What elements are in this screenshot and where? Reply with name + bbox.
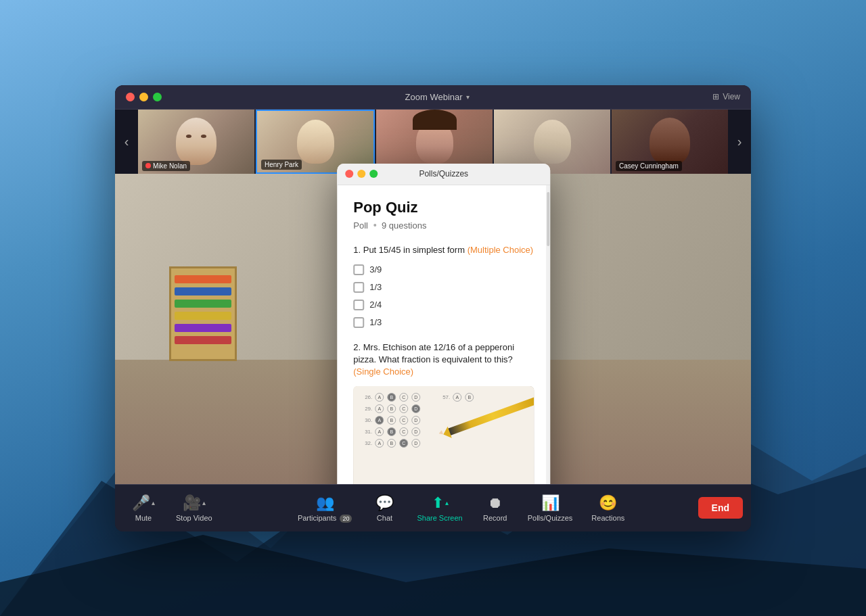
question-2-text: 2. Mrs. Etchison ate 12/16 of a pepperon… xyxy=(353,341,534,379)
choice-label-1-1: 3/9 xyxy=(369,264,382,275)
app-window: Zoom Webinar ▾ ⊞ View ‹ xyxy=(115,85,751,531)
question-2-type: (Single Choice) xyxy=(353,366,413,377)
polls-icon: 📊 xyxy=(541,494,560,512)
share-with-caret: ⬆ ▴ xyxy=(432,494,449,512)
bookshelf xyxy=(169,266,237,361)
mute-label: Mute xyxy=(135,514,152,522)
toolbar: 🎤 ▴ Mute 🎥 ▴ Stop Video 👥 Participants xyxy=(115,484,751,531)
checkbox-1-2[interactable] xyxy=(353,282,364,293)
choice-1-1[interactable]: 3/9 xyxy=(353,264,534,275)
participants-icon: 👥 xyxy=(316,494,334,512)
close-button[interactable] xyxy=(126,93,135,101)
view-button[interactable]: ⊞ View xyxy=(712,92,740,101)
thumbnail-mike[interactable]: Mike Nolan xyxy=(138,110,254,174)
mute-chevron[interactable]: ▴ xyxy=(152,499,155,506)
toolbar-item-record[interactable]: ⏺ Record xyxy=(475,490,516,526)
toolbar-item-participants[interactable]: 👥 Participants 20 xyxy=(291,490,359,526)
quiz-image: 26. A B C D 57. xyxy=(353,386,534,483)
title-bar: Zoom Webinar ▾ ⊞ View xyxy=(115,85,751,110)
thumbnail-name-mike: Mike Nolan xyxy=(142,161,190,171)
polls-quizzes-modal: Polls/Quizzes Pop Quiz Poll 9 questions xyxy=(337,164,550,484)
toolbar-item-stop-video[interactable]: 🎥 ▴ Stop Video xyxy=(169,490,219,526)
chevron-down-icon[interactable]: ▾ xyxy=(466,93,470,101)
next-thumbnail-button[interactable]: › xyxy=(728,110,751,174)
choice-label-1-2: 1/3 xyxy=(369,282,382,292)
prev-thumbnail-button[interactable]: ‹ xyxy=(115,110,138,174)
share-screen-icon: ⬆ xyxy=(432,494,444,512)
modal-body[interactable]: Pop Quiz Poll 9 questions 1. Put 15/45 i… xyxy=(337,185,550,484)
record-icon: ⏺ xyxy=(488,494,503,512)
checkbox-1-1[interactable] xyxy=(353,264,364,275)
toolbar-item-polls[interactable]: 📊 Polls/Quizzes xyxy=(521,490,580,526)
grid-icon: ⊞ xyxy=(712,92,719,101)
end-button[interactable]: End xyxy=(698,497,743,519)
mic-off-icon xyxy=(145,163,151,168)
choice-1-2[interactable]: 1/3 xyxy=(353,282,534,293)
scantron-rows: 26. A B C D 57. xyxy=(353,392,534,449)
share-screen-label: Share Screen xyxy=(417,514,462,522)
participants-badge: 20 xyxy=(340,515,352,523)
question-2: 2. Mrs. Etchison ate 12/16 of a pepperon… xyxy=(353,341,534,484)
thumbnail-casey[interactable]: Casey Cunningham xyxy=(612,110,728,174)
meta-divider xyxy=(373,224,376,227)
toolbar-item-reactions[interactable]: 😊 Reactions xyxy=(585,490,631,526)
quiz-title: Pop Quiz xyxy=(353,199,534,216)
question-2-body: Mrs. Etchison ate 12/16 of a pepperoni p… xyxy=(353,342,514,364)
toolbar-item-share-screen[interactable]: ⬆ ▴ Share Screen xyxy=(410,490,469,526)
reactions-icon: 😊 xyxy=(599,494,617,512)
participants-label: Participants 20 xyxy=(298,514,352,522)
choice-label-1-3: 2/4 xyxy=(369,300,382,310)
modal-scrollbar[interactable] xyxy=(546,185,550,484)
toolbar-items: 🎤 ▴ Mute 🎥 ▴ Stop Video 👥 Participants xyxy=(123,490,698,526)
mic-icon: 🎤 xyxy=(132,494,150,512)
video-with-caret: 🎥 ▴ xyxy=(183,494,206,512)
record-label: Record xyxy=(483,514,507,522)
modal-traffic-lights xyxy=(345,170,378,178)
scantron-background: 26. A B C D 57. xyxy=(353,386,534,483)
modal-close-button[interactable] xyxy=(345,170,353,178)
modal-scrollbar-thumb[interactable] xyxy=(547,192,549,246)
question-1-text: 1. Put 15/45 in simplest form (Multiple … xyxy=(353,244,534,256)
choice-1-3[interactable]: 2/4 xyxy=(353,300,534,310)
question-1-body: Put 15/45 in simplest form xyxy=(363,245,468,255)
maximize-button[interactable] xyxy=(153,93,162,101)
window-title-area: Zoom Webinar ▾ xyxy=(405,92,470,102)
video-chevron[interactable]: ▴ xyxy=(202,499,206,506)
question-1-type: (Multiple Choice) xyxy=(468,245,534,255)
chat-label: Chat xyxy=(377,514,392,522)
toolbar-item-mute[interactable]: 🎤 ▴ Mute xyxy=(123,490,164,526)
video-area: ‹ Mike Nolan xyxy=(115,110,751,484)
thumbnail-name-henry: Henry Park xyxy=(261,160,302,170)
traffic-lights xyxy=(126,93,162,101)
video-icon: 🎥 xyxy=(183,494,201,512)
meta-questions: 9 questions xyxy=(382,220,427,231)
question-1: 1. Put 15/45 in simplest form (Multiple … xyxy=(353,244,534,328)
checkbox-1-3[interactable] xyxy=(353,300,364,310)
mute-with-caret: 🎤 ▴ xyxy=(132,494,155,512)
chat-icon: 💬 xyxy=(375,494,394,512)
modal-title: Polls/Quizzes xyxy=(419,169,468,179)
modal-titlebar: Polls/Quizzes xyxy=(337,164,550,185)
toolbar-end: End xyxy=(698,497,743,519)
checkbox-1-4[interactable] xyxy=(353,317,364,328)
meta-type: Poll xyxy=(353,220,368,231)
stop-video-label: Stop Video xyxy=(176,514,212,522)
choice-1-4[interactable]: 1/3 xyxy=(353,317,534,328)
polls-label: Polls/Quizzes xyxy=(528,514,573,522)
choice-label-1-4: 1/3 xyxy=(369,317,382,327)
modal-minimize-button[interactable] xyxy=(357,170,365,178)
modal-meta: Poll 9 questions xyxy=(353,220,534,231)
minimize-button[interactable] xyxy=(139,93,148,101)
window-title: Zoom Webinar xyxy=(405,92,463,102)
toolbar-item-chat[interactable]: 💬 Chat xyxy=(364,490,405,526)
thumbnail-name-casey: Casey Cunningham xyxy=(616,161,682,171)
reactions-label: Reactions xyxy=(591,514,624,522)
modal-maximize-button[interactable] xyxy=(369,170,378,178)
share-chevron[interactable]: ▴ xyxy=(445,499,449,506)
